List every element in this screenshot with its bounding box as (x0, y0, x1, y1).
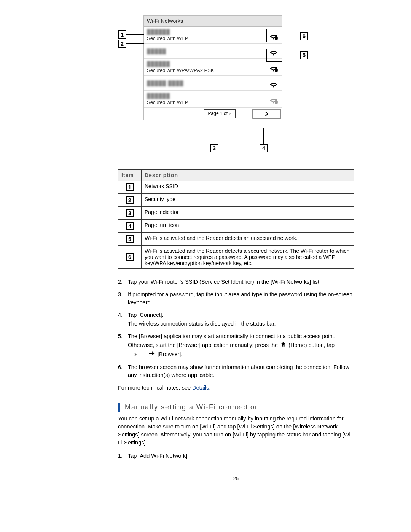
callout-line (214, 128, 214, 144)
wifi-networks-figure: Wi-Fi Networks ██████ Secured with WEP █… (118, 15, 354, 158)
ssid-blurred: █████ ████ (147, 80, 268, 86)
ssid-blurred: ██████ (147, 29, 268, 35)
legend-desc: Wi-Fi is activated and the Reader detect… (142, 233, 354, 246)
section-body: You can set up a Wi-Fi network connectio… (118, 415, 354, 447)
wifi-open-icon (268, 78, 279, 88)
callout-line (126, 34, 144, 35)
callout-2: 2 (118, 40, 126, 48)
ssid-blurred: ██████ (147, 93, 268, 99)
legend-desc: Page turn icon (142, 220, 354, 233)
wifi-secured-weak-icon (268, 94, 279, 104)
legend-desc: Network SSID (142, 181, 354, 194)
legend-desc: Wi-Fi is activated and the Reader detect… (142, 246, 354, 269)
security-label: Secured with WPA/WPA2 PSK (147, 67, 268, 73)
tech-notes-line: For more technical notes, see Details. (118, 384, 354, 392)
callout-5: 5 (300, 51, 308, 59)
screen-title: Wi-Fi Networks (144, 16, 282, 27)
legend-num: 4 (126, 222, 134, 230)
callout-4: 4 (260, 144, 268, 152)
step-3: If prompted for a password, tap the inpu… (118, 291, 354, 307)
reader-screen: Wi-Fi Networks ██████ Secured with WEP █… (143, 15, 282, 120)
callout-6: 6 (300, 32, 308, 40)
wifi-row[interactable]: ██████ Secured with WEP (144, 91, 282, 108)
wifi-secured-icon (268, 62, 279, 72)
wifi-row[interactable]: █████ ████ (144, 76, 282, 91)
screen-footer: Page 1 of 2 (144, 108, 282, 120)
callout-line (282, 55, 300, 55)
legend-desc: Page indicator (142, 207, 354, 220)
legend-desc: Security type (142, 194, 354, 207)
ssid-blurred: █████ (147, 48, 268, 54)
legend-num: 3 (126, 209, 134, 217)
wifi-row[interactable]: ██████ Secured with WEP (144, 27, 282, 44)
callout-1: 1 (118, 30, 126, 39)
legend-table: Item Description 1Network SSID 2Security… (118, 169, 354, 269)
step-4: Tap [Connect]. The wireless connection s… (118, 311, 354, 328)
page-indicator: Page 1 of 2 (204, 109, 236, 118)
wifi-row[interactable]: █████ (144, 44, 282, 59)
legend-num: 1 (126, 183, 134, 191)
legend-num: 6 (126, 253, 134, 261)
legend-head-desc: Description (142, 170, 354, 181)
step-6: The browser screen may show further info… (118, 363, 354, 379)
wifi-open-icon (268, 46, 279, 56)
page-turn-button[interactable] (252, 109, 281, 119)
callout-3: 3 (210, 144, 218, 152)
legend-num: 2 (126, 196, 134, 204)
wifi-secured-icon (268, 30, 279, 40)
manual-steps: Tap [Add Wi-Fi Network]. (118, 452, 354, 460)
callout-line (126, 43, 144, 44)
page-number: 25 (118, 476, 354, 481)
ssid-blurred: ██████ (147, 61, 268, 67)
wifi-row[interactable]: ██████ Secured with WPA/WPA2 PSK (144, 59, 282, 76)
steps-list: Tap your Wi-Fi router’s SSID (Service Se… (118, 278, 354, 379)
security-label: Secured with WEP (147, 35, 268, 41)
callout-line (263, 128, 264, 144)
step-5: The [Browser] application may start auto… (118, 332, 354, 359)
home-icon (280, 341, 286, 350)
section-heading: Manually setting a Wi-Fi connection (118, 403, 354, 412)
arrow-right-icon (148, 350, 155, 359)
manual-step-1: Tap [Add Wi-Fi Network]. (118, 452, 354, 460)
security-label: Secured with WEP (147, 99, 268, 105)
details-link[interactable]: Details (192, 385, 209, 391)
legend-num: 5 (126, 235, 134, 243)
page-turn-mini-icon (128, 351, 143, 358)
legend-head-item: Item (118, 170, 142, 181)
step-2: Tap your Wi-Fi router’s SSID (Service Se… (118, 278, 354, 286)
callout-line (282, 36, 300, 36)
